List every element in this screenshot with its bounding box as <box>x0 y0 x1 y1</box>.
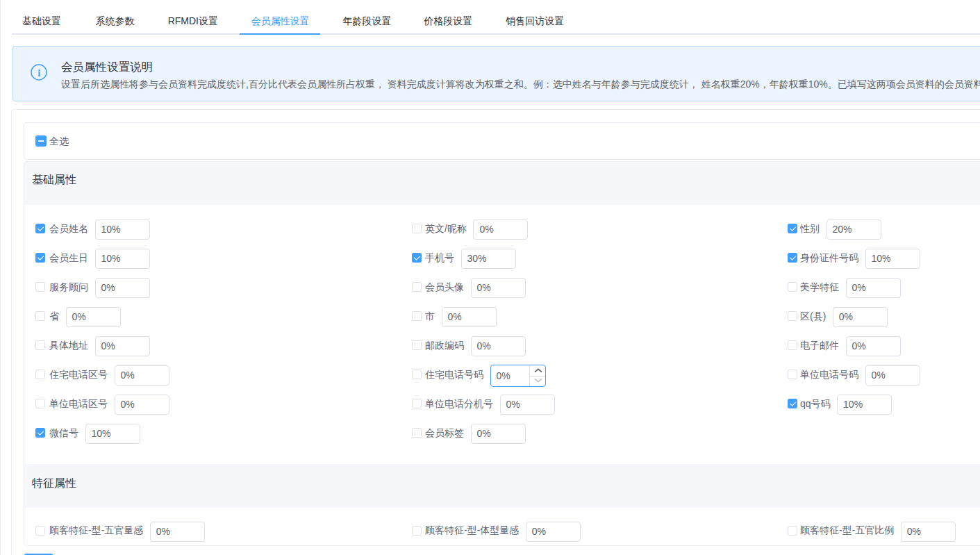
svg-text:i: i <box>38 67 40 78</box>
